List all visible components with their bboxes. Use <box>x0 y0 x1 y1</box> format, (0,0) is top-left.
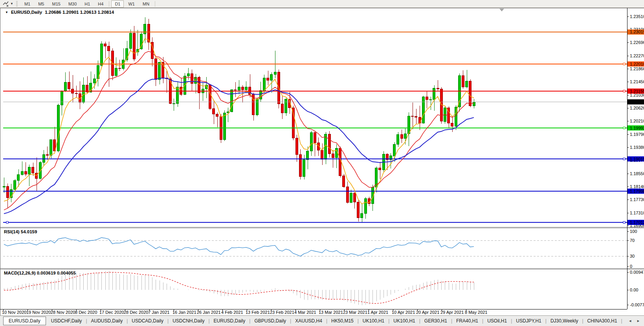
svg-text:16 Jan 2021: 16 Jan 2021 <box>172 310 196 315</box>
tab-uk100-h1-10[interactable]: UK100,H1 <box>389 317 419 325</box>
svg-text:1.19015: 1.19015 <box>630 157 644 161</box>
svg-text:1.17012: 1.17012 <box>630 220 644 225</box>
svg-text:1.21155: 1.21155 <box>630 89 644 93</box>
svg-text:1 Apr 2021: 1 Apr 2021 <box>367 310 388 315</box>
hline-price-label: 1.23019 <box>627 29 644 35</box>
svg-text:1.18140: 1.18140 <box>630 184 644 189</box>
svg-text:1.22010: 1.22010 <box>630 62 644 66</box>
tab-scroll-right-icon[interactable]: ► <box>637 319 640 323</box>
svg-text:29 Apr 2021: 29 Apr 2021 <box>440 310 464 315</box>
hline-price-label: 1.19992 <box>627 125 644 130</box>
chart-canvas[interactable]: 1.235101.231001.226901.222701.218601.214… <box>0 0 644 326</box>
timeframe-button-m15[interactable]: M15 <box>48 0 64 7</box>
timeframe-buttons: M1M5M15M30H1H4D1W1MN <box>20 0 157 7</box>
timeframe-button-m1[interactable]: M1 <box>21 0 34 7</box>
svg-text:8 May 2021: 8 May 2021 <box>465 310 487 315</box>
tab-usdjpy-h1-14[interactable]: USDJPY,H1 <box>512 317 545 325</box>
tab-china300-h1-16[interactable]: CHINA300,H1 <box>583 317 621 325</box>
timeframe-button-w1[interactable]: W1 <box>125 0 138 7</box>
svg-text:1.17998: 1.17998 <box>630 189 644 194</box>
toolbar-grip[interactable] <box>16 1 18 7</box>
hline-price-label: 1.17012 <box>627 220 644 225</box>
svg-text:19 Nov 2020: 19 Nov 2020 <box>26 310 51 315</box>
timeframe-button-mn[interactable]: MN <box>139 0 153 7</box>
svg-text:7 Jan 2021: 7 Jan 2021 <box>148 310 169 315</box>
svg-text:30: 30 <box>630 254 635 258</box>
svg-text:28 Nov 2020: 28 Nov 2020 <box>51 310 75 315</box>
toolbar-separator <box>155 1 155 7</box>
svg-text:17 Dec 2020: 17 Dec 2020 <box>99 310 124 315</box>
svg-text:13 Mar 2021: 13 Mar 2021 <box>319 310 343 315</box>
svg-text:10 Apr 2021: 10 Apr 2021 <box>392 310 415 315</box>
macd-indicator-label: MACD(12,26,9) 0.003619 0.004055 <box>4 271 76 275</box>
svg-text:1.20210: 1.20210 <box>630 119 644 123</box>
rsi-indicator-label: RSI(14) 54.0159 <box>4 229 37 234</box>
tab-usdchf-daily-1[interactable]: USDCHF,Daily <box>47 317 86 325</box>
tab-dj30-weekly-15[interactable]: DJ30,Weekly <box>547 317 582 325</box>
timeframe-toolbar: ▼ M1M5M15M30H1H4D1W1MN <box>0 0 644 8</box>
chart-symbol-label: EURUSD,Daily <box>11 10 42 15</box>
svg-text:13 Feb 2021: 13 Feb 2021 <box>246 310 270 315</box>
tab-audusd-daily-2[interactable]: AUDUSD,Daily <box>87 317 127 325</box>
tab-fra40-h1-12[interactable]: FRA40,H1 <box>452 317 482 325</box>
svg-text:28 Dec 2020: 28 Dec 2020 <box>124 310 148 315</box>
tab-usoil-h1-13[interactable]: USOil,H1 <box>483 317 511 325</box>
svg-text:1.21860: 1.21860 <box>630 66 644 71</box>
svg-text:1.18550: 1.18550 <box>630 171 644 176</box>
svg-text:0.009478: 0.009478 <box>630 270 644 275</box>
timeframe-button-d1[interactable]: D1 <box>111 0 124 7</box>
tab-ger30-h1-11[interactable]: GER30,H1 <box>420 317 451 325</box>
svg-text:1.23019: 1.23019 <box>630 29 644 34</box>
svg-text:4 Feb 2021: 4 Feb 2021 <box>221 310 243 315</box>
svg-text:1.17730: 1.17730 <box>630 197 644 202</box>
svg-text:1.19380: 1.19380 <box>630 145 644 150</box>
svg-text:4 Mar 2021: 4 Mar 2021 <box>294 310 316 315</box>
svg-text:1.20814: 1.20814 <box>630 99 644 104</box>
svg-text:8 Dec 2020: 8 Dec 2020 <box>75 310 97 315</box>
chart-tools-icon[interactable] <box>1 1 10 7</box>
mt4-terminal: ▼ M1M5M15M30H1H4D1W1MN 1.235101.231001.2… <box>0 0 644 326</box>
svg-text:100: 100 <box>630 229 637 234</box>
svg-text:1.21450: 1.21450 <box>630 79 644 84</box>
tab-hk50-m15-8[interactable]: HK50,M15 <box>327 317 358 325</box>
tab-eurusd-daily-0[interactable]: EURUSD,Daily <box>3 317 46 325</box>
tab-uk100-h1-9[interactable]: UK100,H1 <box>359 317 388 325</box>
svg-text:1.20620: 1.20620 <box>630 106 644 110</box>
dropdown-caret-icon[interactable]: ▼ <box>10 2 15 5</box>
svg-text:26 Jan 2021: 26 Jan 2021 <box>197 310 221 315</box>
svg-text:1.23510: 1.23510 <box>630 14 644 19</box>
chart-tools-glyph <box>3 1 9 7</box>
svg-text:20 Apr 2021: 20 Apr 2021 <box>416 310 439 315</box>
chart-tab-bar: EURUSD,DailyUSDCHF,Daily|AUDUSD,Daily|US… <box>0 315 644 326</box>
collapse-triangle-icon[interactable]: ▼ <box>5 11 8 14</box>
svg-text:10 Nov 2020: 10 Nov 2020 <box>2 310 26 315</box>
tab-eurusd-daily-5[interactable]: EURUSD,Daily <box>210 317 250 325</box>
chart-ohlc-values: 1.20686 1.20901 1.20613 1.20814 <box>45 10 114 15</box>
svg-text:70: 70 <box>630 238 635 243</box>
timeframe-button-h4[interactable]: H4 <box>94 0 107 7</box>
svg-text:1.17310: 1.17310 <box>630 211 644 215</box>
svg-text:0: 0 <box>630 264 632 269</box>
timeframe-button-m30[interactable]: M30 <box>65 0 80 7</box>
svg-text:1.19992: 1.19992 <box>630 126 644 130</box>
tab-usdcnh-daily-4[interactable]: USDCNH,Daily <box>169 317 208 325</box>
svg-text:23 Feb 2021: 23 Feb 2021 <box>270 310 294 315</box>
timeframe-button-m5[interactable]: M5 <box>35 0 48 7</box>
tab-scroll-left-icon[interactable]: ◄ <box>628 319 632 323</box>
svg-text:1.22690: 1.22690 <box>630 40 644 45</box>
svg-text:1.22270: 1.22270 <box>630 53 644 58</box>
toolbar-separator <box>109 1 109 7</box>
timeframe-button-h1[interactable]: H1 <box>81 0 94 7</box>
bid-price-label: 1.20814 <box>627 99 644 104</box>
hline-price-label: 1.21155 <box>627 88 644 93</box>
svg-text:23 Mar 2021: 23 Mar 2021 <box>343 310 367 315</box>
tab-gbpusd-daily-6[interactable]: GBPUSD,Daily <box>250 317 290 325</box>
hline-price-label: 1.22010 <box>627 61 644 66</box>
svg-text:-0.007778: -0.007778 <box>630 302 644 307</box>
tab-usdcad-daily-3[interactable]: USDCAD,Daily <box>128 317 167 325</box>
svg-text:1.19790: 1.19790 <box>630 132 644 137</box>
chart-title: ▼ EURUSD,Daily 1.20686 1.20901 1.20613 1… <box>5 10 114 15</box>
tab-xauusd-h4-7[interactable]: XAUUSD,H4 <box>291 317 326 325</box>
svg-text:0.00: 0.00 <box>630 288 638 292</box>
hline-price-label: 1.19015 <box>627 156 644 161</box>
